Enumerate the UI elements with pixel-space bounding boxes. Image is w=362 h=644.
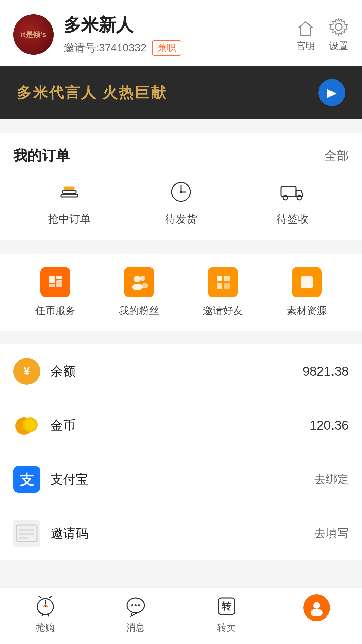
service-icon xyxy=(40,267,70,297)
balance-value: 9821.38 xyxy=(303,364,349,379)
svg-line-39 xyxy=(49,596,52,598)
invite-code-label: 邀请码 xyxy=(50,525,314,542)
chat-icon xyxy=(124,594,147,618)
svg-text:转: 转 xyxy=(221,601,231,611)
nav-label-grab: 抢购 xyxy=(36,621,55,634)
settings-btn[interactable]: 设置 xyxy=(328,17,349,52)
header: it是倾's 多米新人 邀请号:37410332 兼职 宫明 设置 xyxy=(0,0,362,66)
svg-line-38 xyxy=(39,596,41,598)
nav-item-profile[interactable] xyxy=(272,594,362,634)
order-label-pending: 待发货 xyxy=(165,212,197,227)
svg-point-29 xyxy=(25,419,36,430)
svg-rect-20 xyxy=(217,276,222,281)
banner-text: 多米代言人 火热巨献 xyxy=(17,83,167,103)
svg-rect-14 xyxy=(56,276,62,279)
orders-title: 我的订单 xyxy=(13,146,70,165)
alipay-item[interactable]: 支 支付宝 去绑定 xyxy=(0,452,362,506)
invite-code-item[interactable]: 邀请码 去填写 xyxy=(0,506,362,560)
svg-text:支: 支 xyxy=(19,472,34,488)
coins-label: 金币 xyxy=(50,417,310,434)
order-label-grabbed: 抢中订单 xyxy=(48,212,91,227)
header-info: 多米新人 邀请号:37410332 兼职 xyxy=(64,13,286,56)
svg-point-46 xyxy=(313,602,320,609)
orders-more[interactable]: 全部 xyxy=(324,148,349,164)
svg-point-41 xyxy=(131,604,133,606)
layers-icon xyxy=(56,178,83,205)
order-item-pending[interactable]: 待发货 xyxy=(125,178,237,227)
svg-rect-32 xyxy=(17,525,37,542)
svg-text:¥: ¥ xyxy=(23,364,30,378)
bottom-nav: 抢购 消息 转 转卖 xyxy=(0,587,362,644)
svg-rect-22 xyxy=(217,283,222,289)
svg-point-47 xyxy=(311,609,323,616)
alipay-label: 支付宝 xyxy=(50,471,314,488)
svg-point-42 xyxy=(135,604,137,606)
alarm-icon xyxy=(34,594,57,618)
nav-item-transfer[interactable]: 转 转卖 xyxy=(181,594,272,634)
user-id: 邀请号:37410332 xyxy=(64,41,146,55)
svg-point-1 xyxy=(335,23,342,30)
svg-point-43 xyxy=(138,604,140,606)
quick-label-material: 素材资源 xyxy=(287,304,327,318)
svg-point-19 xyxy=(141,283,148,288)
svg-rect-13 xyxy=(49,284,55,287)
svg-rect-3 xyxy=(63,191,76,193)
order-item-grabbed[interactable]: 抢中订单 xyxy=(13,178,125,227)
material-icon xyxy=(292,267,322,297)
quick-item-service[interactable]: 任币服务 xyxy=(13,267,97,318)
svg-rect-23 xyxy=(224,283,230,289)
svg-rect-2 xyxy=(61,194,78,197)
invite-code-icon xyxy=(13,520,40,547)
svg-point-17 xyxy=(132,284,143,290)
user-tag[interactable]: 兼职 xyxy=(152,40,181,56)
transfer-icon: 转 xyxy=(215,594,238,618)
header-actions: 宫明 设置 xyxy=(296,17,349,52)
play-icon: ▶ xyxy=(327,86,337,100)
banner-button[interactable]: ▶ xyxy=(318,79,345,106)
banner[interactable]: 多米代言人 火热巨献 ▶ xyxy=(0,66,362,119)
orders-section: 我的订单 全部 抢中订单 xyxy=(0,133,362,240)
coins-icon xyxy=(13,412,40,439)
quick-label-invite: 邀请好友 xyxy=(203,304,243,318)
order-label-delivery: 待签收 xyxy=(277,212,309,227)
home-icon xyxy=(297,20,314,37)
wallet-section: ¥ 余额 9821.38 金币 120.36 支 支付宝 去绑定 xyxy=(0,344,362,560)
orders-header: 我的订单 全部 xyxy=(13,146,349,165)
nav-label-message: 消息 xyxy=(126,621,145,634)
order-icons: 抢中订单 待发货 xyxy=(13,178,349,227)
svg-rect-24 xyxy=(301,276,313,288)
balance-label: 余额 xyxy=(50,363,303,380)
svg-point-16 xyxy=(134,276,141,282)
quick-item-fans[interactable]: 我的粉丝 xyxy=(97,267,181,318)
header-sub: 邀请号:37410332 兼职 xyxy=(64,40,286,56)
svg-rect-9 xyxy=(281,187,296,196)
avatar[interactable]: it是倾's xyxy=(13,14,54,55)
balance-item[interactable]: ¥ 余额 9821.38 xyxy=(0,344,362,398)
svg-rect-15 xyxy=(56,280,62,287)
alipay-icon: 支 xyxy=(13,466,40,493)
clock-icon xyxy=(168,178,194,205)
invite-icon xyxy=(208,267,238,297)
nav-item-message[interactable]: 消息 xyxy=(90,594,181,634)
svg-rect-12 xyxy=(49,276,55,283)
truck-icon xyxy=(279,178,306,205)
user-name: 多米新人 xyxy=(64,13,286,37)
quick-menu: 任币服务 我的粉丝 邀请好友 xyxy=(0,254,362,331)
invite-code-action[interactable]: 去填写 xyxy=(314,526,349,541)
fans-icon xyxy=(124,267,154,297)
balance-icon: ¥ xyxy=(13,358,40,385)
alipay-action[interactable]: 去绑定 xyxy=(314,472,349,487)
quick-label-service: 任币服务 xyxy=(35,304,75,318)
coins-value: 120.36 xyxy=(310,418,349,433)
svg-point-8 xyxy=(180,191,182,193)
quick-item-material[interactable]: 素材资源 xyxy=(265,267,349,318)
nav-label-transfer: 转卖 xyxy=(217,621,236,634)
gear-icon xyxy=(328,17,349,37)
nav-home[interactable]: 宫明 xyxy=(296,20,315,52)
quick-item-invite[interactable]: 邀请好友 xyxy=(181,267,265,318)
coins-item[interactable]: 金币 120.36 xyxy=(0,398,362,452)
svg-rect-4 xyxy=(64,187,74,190)
order-item-delivery[interactable]: 待签收 xyxy=(237,178,349,227)
nav-item-grab[interactable]: 抢购 xyxy=(0,594,90,634)
svg-point-18 xyxy=(140,276,145,281)
